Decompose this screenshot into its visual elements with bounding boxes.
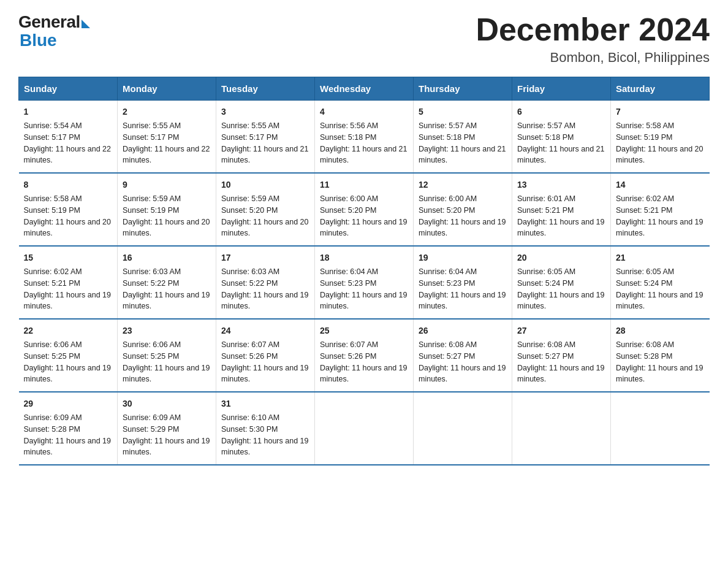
calendar-cell: 17 Sunrise: 6:03 AMSunset: 5:22 PMDaylig…	[216, 246, 315, 319]
calendar-week-5: 29 Sunrise: 6:09 AMSunset: 5:28 PMDaylig…	[19, 392, 710, 465]
day-info: Sunrise: 6:07 AMSunset: 5:26 PMDaylight:…	[221, 340, 308, 383]
header-tuesday: Tuesday	[216, 77, 315, 101]
calendar-cell: 11 Sunrise: 6:00 AMSunset: 5:20 PMDaylig…	[315, 173, 414, 246]
calendar-cell: 16 Sunrise: 6:03 AMSunset: 5:22 PMDaylig…	[118, 246, 216, 319]
day-number: 1	[24, 105, 113, 118]
calendar-week-4: 22 Sunrise: 6:06 AMSunset: 5:25 PMDaylig…	[19, 319, 710, 392]
calendar-cell	[611, 392, 710, 465]
day-info: Sunrise: 6:04 AMSunset: 5:23 PMDaylight:…	[320, 267, 407, 310]
header-friday: Friday	[512, 77, 611, 101]
calendar-cell	[414, 392, 512, 465]
day-number: 4	[320, 105, 408, 118]
calendar-cell: 8 Sunrise: 5:58 AMSunset: 5:19 PMDayligh…	[19, 173, 118, 246]
calendar-cell: 1 Sunrise: 5:54 AMSunset: 5:17 PMDayligh…	[19, 101, 118, 174]
calendar-week-2: 8 Sunrise: 5:58 AMSunset: 5:19 PMDayligh…	[19, 173, 710, 246]
day-info: Sunrise: 6:08 AMSunset: 5:28 PMDaylight:…	[616, 340, 703, 383]
calendar-cell: 19 Sunrise: 6:04 AMSunset: 5:23 PMDaylig…	[414, 246, 512, 319]
day-number: 5	[419, 105, 507, 118]
day-info: Sunrise: 6:08 AMSunset: 5:27 PMDaylight:…	[517, 340, 604, 383]
day-info: Sunrise: 6:00 AMSunset: 5:20 PMDaylight:…	[419, 194, 506, 237]
day-info: Sunrise: 5:56 AMSunset: 5:18 PMDaylight:…	[320, 121, 407, 164]
day-number: 8	[24, 178, 113, 191]
calendar-cell: 12 Sunrise: 6:00 AMSunset: 5:20 PMDaylig…	[414, 173, 512, 246]
day-info: Sunrise: 6:06 AMSunset: 5:25 PMDaylight:…	[24, 340, 111, 383]
calendar-cell: 24 Sunrise: 6:07 AMSunset: 5:26 PMDaylig…	[216, 319, 315, 392]
calendar-cell: 27 Sunrise: 6:08 AMSunset: 5:27 PMDaylig…	[512, 319, 611, 392]
calendar-cell	[512, 392, 611, 465]
calendar-cell: 29 Sunrise: 6:09 AMSunset: 5:28 PMDaylig…	[19, 392, 118, 465]
day-number: 7	[616, 105, 705, 118]
day-info: Sunrise: 5:57 AMSunset: 5:18 PMDaylight:…	[517, 121, 604, 164]
day-info: Sunrise: 6:03 AMSunset: 5:22 PMDaylight:…	[123, 267, 210, 310]
header-monday: Monday	[118, 77, 216, 101]
header-wednesday: Wednesday	[315, 77, 414, 101]
day-number: 28	[616, 324, 705, 337]
day-info: Sunrise: 5:59 AMSunset: 5:19 PMDaylight:…	[123, 194, 210, 237]
calendar-cell: 30 Sunrise: 6:09 AMSunset: 5:29 PMDaylig…	[118, 392, 216, 465]
calendar-header-row: SundayMondayTuesdayWednesdayThursdayFrid…	[19, 77, 710, 101]
day-info: Sunrise: 5:58 AMSunset: 5:19 PMDaylight:…	[24, 194, 111, 237]
calendar-cell: 21 Sunrise: 6:05 AMSunset: 5:24 PMDaylig…	[611, 246, 710, 319]
day-number: 3	[221, 105, 309, 118]
calendar-cell: 28 Sunrise: 6:08 AMSunset: 5:28 PMDaylig…	[611, 319, 710, 392]
day-number: 30	[123, 397, 211, 410]
day-info: Sunrise: 5:58 AMSunset: 5:19 PMDaylight:…	[616, 121, 703, 164]
day-info: Sunrise: 6:02 AMSunset: 5:21 PMDaylight:…	[24, 267, 111, 310]
day-number: 29	[24, 397, 113, 410]
calendar-cell: 3 Sunrise: 5:55 AMSunset: 5:17 PMDayligh…	[216, 101, 315, 174]
day-number: 10	[221, 178, 309, 191]
day-number: 17	[221, 251, 309, 264]
calendar-cell: 5 Sunrise: 5:57 AMSunset: 5:18 PMDayligh…	[414, 101, 512, 174]
calendar-cell: 23 Sunrise: 6:06 AMSunset: 5:25 PMDaylig…	[118, 319, 216, 392]
calendar-cell: 15 Sunrise: 6:02 AMSunset: 5:21 PMDaylig…	[19, 246, 118, 319]
day-number: 11	[320, 178, 408, 191]
header-sunday: Sunday	[19, 77, 118, 101]
day-info: Sunrise: 6:08 AMSunset: 5:27 PMDaylight:…	[419, 340, 506, 383]
main-title: December 2024	[476, 12, 710, 47]
day-info: Sunrise: 6:09 AMSunset: 5:29 PMDaylight:…	[123, 413, 210, 456]
calendar-week-3: 15 Sunrise: 6:02 AMSunset: 5:21 PMDaylig…	[19, 246, 710, 319]
day-info: Sunrise: 5:59 AMSunset: 5:20 PMDaylight:…	[221, 194, 308, 237]
calendar-cell: 4 Sunrise: 5:56 AMSunset: 5:18 PMDayligh…	[315, 101, 414, 174]
day-info: Sunrise: 6:00 AMSunset: 5:20 PMDaylight:…	[320, 194, 407, 237]
calendar-cell: 10 Sunrise: 5:59 AMSunset: 5:20 PMDaylig…	[216, 173, 315, 246]
logo-general-text: General	[18, 12, 80, 32]
day-number: 15	[24, 251, 113, 264]
day-info: Sunrise: 6:05 AMSunset: 5:24 PMDaylight:…	[616, 267, 703, 310]
day-number: 12	[419, 178, 507, 191]
day-info: Sunrise: 5:54 AMSunset: 5:17 PMDaylight:…	[24, 121, 111, 164]
day-info: Sunrise: 6:03 AMSunset: 5:22 PMDaylight:…	[221, 267, 308, 310]
day-number: 21	[616, 251, 705, 264]
day-number: 2	[123, 105, 211, 118]
day-info: Sunrise: 6:07 AMSunset: 5:26 PMDaylight:…	[320, 340, 407, 383]
day-number: 19	[419, 251, 507, 264]
day-number: 6	[517, 105, 605, 118]
calendar-cell: 14 Sunrise: 6:02 AMSunset: 5:21 PMDaylig…	[611, 173, 710, 246]
calendar-cell: 9 Sunrise: 5:59 AMSunset: 5:19 PMDayligh…	[118, 173, 216, 246]
calendar-cell	[315, 392, 414, 465]
day-info: Sunrise: 6:05 AMSunset: 5:24 PMDaylight:…	[517, 267, 604, 310]
day-number: 31	[221, 397, 309, 410]
day-number: 13	[517, 178, 605, 191]
header-thursday: Thursday	[414, 77, 512, 101]
day-number: 22	[24, 324, 113, 337]
calendar-cell: 31 Sunrise: 6:10 AMSunset: 5:30 PMDaylig…	[216, 392, 315, 465]
calendar-cell: 6 Sunrise: 5:57 AMSunset: 5:18 PMDayligh…	[512, 101, 611, 174]
header-saturday: Saturday	[611, 77, 710, 101]
calendar-cell: 7 Sunrise: 5:58 AMSunset: 5:19 PMDayligh…	[611, 101, 710, 174]
day-info: Sunrise: 5:55 AMSunset: 5:17 PMDaylight:…	[123, 121, 210, 164]
day-number: 20	[517, 251, 605, 264]
day-info: Sunrise: 6:10 AMSunset: 5:30 PMDaylight:…	[221, 413, 308, 456]
day-number: 14	[616, 178, 705, 191]
calendar-table: SundayMondayTuesdayWednesdayThursdayFrid…	[18, 77, 710, 465]
day-number: 18	[320, 251, 408, 264]
day-number: 25	[320, 324, 408, 337]
day-number: 26	[419, 324, 507, 337]
day-info: Sunrise: 6:02 AMSunset: 5:21 PMDaylight:…	[616, 194, 703, 237]
logo-arrow-icon	[82, 20, 90, 28]
day-number: 24	[221, 324, 309, 337]
day-info: Sunrise: 5:55 AMSunset: 5:17 PMDaylight:…	[221, 121, 308, 164]
calendar-cell: 18 Sunrise: 6:04 AMSunset: 5:23 PMDaylig…	[315, 246, 414, 319]
calendar-week-1: 1 Sunrise: 5:54 AMSunset: 5:17 PMDayligh…	[19, 101, 710, 174]
logo: General Blue	[18, 12, 90, 50]
